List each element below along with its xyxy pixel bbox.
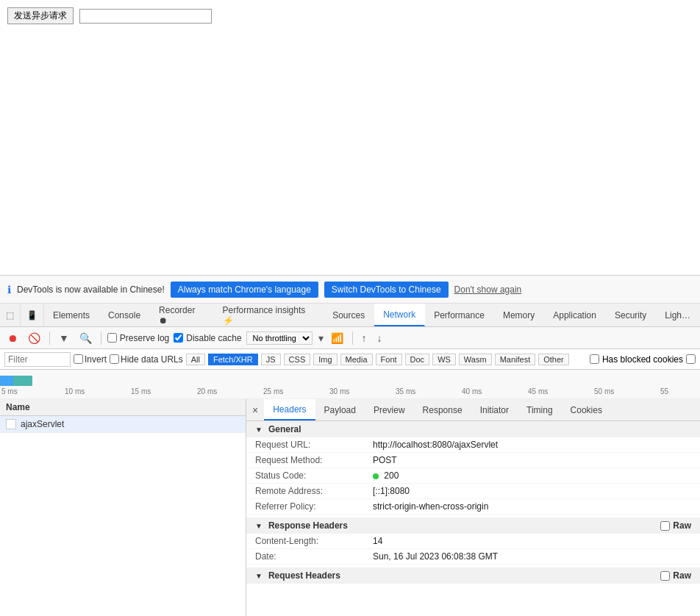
requests-header: Name — [0, 399, 246, 416]
filter-manifest-button[interactable]: Manifest — [495, 354, 536, 365]
timeline-label-5ms: 5 ms — [1, 387, 18, 395]
stop-recording-button[interactable]: ⏺ — [4, 331, 21, 345]
method-key: Request Method: — [255, 455, 373, 465]
clear-button[interactable]: 🚫 — [25, 331, 43, 345]
preserve-log-label[interactable]: Preserve log — [107, 333, 169, 343]
filter-doc-button[interactable]: Doc — [405, 354, 430, 365]
tab-recorder[interactable]: Recorder ⏺ — [150, 304, 213, 326]
detail-tab-headers[interactable]: Headers — [264, 399, 315, 420]
detail-tab-preview[interactable]: Preview — [365, 399, 414, 420]
has-blocked-cookies-area: Has blocked cookies — [590, 354, 696, 365]
timeline-label-35ms: 35 ms — [396, 387, 415, 395]
invert-label[interactable]: Invert — [74, 354, 107, 365]
filter-js-button[interactable]: JS — [261, 354, 281, 365]
dont-show-again-button[interactable]: Don't show again — [454, 284, 522, 295]
detail-row-method: Request Method: POST — [246, 453, 700, 468]
tab-memory[interactable]: Memory — [494, 304, 544, 326]
devtools-notification-bar: ℹ DevTools is now available in Chinese! … — [0, 276, 700, 304]
extra-checkbox[interactable] — [686, 354, 696, 364]
request-headers-raw-text: Raw — [673, 570, 691, 581]
disable-cache-checkbox[interactable] — [174, 333, 183, 343]
detail-row-referrer: Referrer Policy: strict-origin-when-cros… — [246, 499, 700, 515]
toolbar-separator-1 — [49, 332, 50, 345]
timeline-label-15ms: 15 ms — [131, 387, 151, 395]
tab-sources[interactable]: Sources — [324, 304, 374, 326]
hide-data-urls-label[interactable]: Hide data URLs — [110, 354, 183, 365]
tab-console[interactable]: Console — [99, 304, 150, 326]
disable-cache-label[interactable]: Disable cache — [174, 333, 241, 343]
export-button[interactable]: ↓ — [374, 331, 385, 345]
filter-fetch-xhr-button[interactable]: Fetch/XHR — [208, 354, 258, 365]
timeline-label-40ms: 40 ms — [462, 387, 482, 395]
filter-input[interactable] — [4, 352, 71, 367]
filter-all-button[interactable]: All — [186, 354, 205, 365]
throttle-down-icon: ▾ — [318, 332, 324, 344]
referrer-val: strict-origin-when-cross-origin — [373, 501, 691, 512]
filter-button[interactable]: ▼ — [56, 331, 72, 345]
tab-performance[interactable]: Performance — [425, 304, 494, 326]
status-key: Status Code: — [255, 470, 373, 481]
match-language-button[interactable]: Always match Chrome's language — [171, 282, 318, 298]
request-item-ajax[interactable]: ajaxServlet — [0, 416, 246, 433]
wifi-icon-btn[interactable]: 📶 — [328, 331, 346, 345]
filter-ws-button[interactable]: WS — [432, 354, 456, 365]
detail-tab-response[interactable]: Response — [414, 399, 471, 420]
detail-close-button[interactable]: × — [246, 404, 264, 416]
tab-application[interactable]: Application — [544, 304, 606, 326]
general-chevron: ▼ — [255, 426, 262, 434]
filter-other-button[interactable]: Other — [538, 354, 569, 365]
tab-network[interactable]: Network — [374, 304, 425, 326]
switch-to-chinese-button[interactable]: Switch DevTools to Chinese — [324, 282, 449, 298]
request-headers-raw-checkbox[interactable] — [660, 571, 670, 581]
response-headers-raw-label[interactable]: Raw — [660, 520, 691, 531]
method-val: POST — [373, 455, 691, 465]
tab-security[interactable]: Security — [606, 304, 656, 326]
tab-lighthouse[interactable]: Ligh… — [656, 304, 700, 326]
detail-row-remote: Remote Address: [::1]:8080 — [246, 484, 700, 499]
hide-data-urls-text: Hide data URLs — [121, 354, 183, 365]
detail-tab-cookies[interactable]: Cookies — [562, 399, 611, 420]
network-toolbar: ⏺ 🚫 ▼ 🔍 Preserve log Disable cache No th… — [0, 327, 700, 349]
filter-media-button[interactable]: Media — [340, 354, 373, 365]
request-headers-chevron: ▼ — [255, 572, 262, 580]
detail-panel: × Headers Payload Preview Response Initi… — [246, 399, 700, 616]
detail-row-date: Date: Sun, 16 Jul 2023 06:08:38 GMT — [246, 549, 700, 565]
timeline-label-10ms: 10 ms — [65, 387, 85, 395]
detail-row-status: Status Code: 200 — [246, 468, 700, 484]
tab-elements[interactable]: Elements — [44, 304, 99, 326]
filter-wasm-button[interactable]: Wasm — [459, 354, 492, 365]
remote-key: Remote Address: — [255, 486, 373, 496]
filter-img-button[interactable]: Img — [313, 354, 337, 365]
toolbar-separator-2 — [101, 332, 101, 345]
preserve-log-checkbox[interactable] — [107, 333, 117, 343]
search-button[interactable]: 🔍 — [76, 331, 95, 345]
date-key: Date: — [255, 551, 373, 562]
date-val: Sun, 16 Jul 2023 06:08:38 GMT — [373, 551, 691, 562]
invert-checkbox[interactable] — [74, 354, 83, 364]
request-headers-raw-label[interactable]: Raw — [660, 570, 691, 581]
tab-performance-insights[interactable]: Performance insights ⚡ — [214, 304, 324, 326]
filter-font-button[interactable]: Font — [376, 354, 402, 365]
async-request-button[interactable]: 发送异步请求 — [7, 7, 74, 24]
inspect-icon-btn[interactable]: ⬚ — [0, 304, 21, 326]
filter-css-button[interactable]: CSS — [284, 354, 311, 365]
device-icon-btn[interactable]: 📱 — [21, 304, 44, 326]
detail-tab-initiator[interactable]: Initiator — [471, 399, 518, 420]
detail-tab-bar: × Headers Payload Preview Response Initi… — [246, 399, 700, 421]
response-headers-raw-checkbox[interactable] — [660, 521, 670, 531]
preserve-log-text: Preserve log — [120, 333, 169, 343]
has-blocked-cookies-text: Has blocked cookies — [602, 354, 683, 365]
hide-data-urls-checkbox[interactable] — [110, 354, 119, 364]
import-button[interactable]: ↑ — [359, 331, 370, 345]
timeline-label-50ms: 50 ms — [594, 387, 614, 395]
has-blocked-cookies-checkbox[interactable] — [590, 354, 599, 364]
timeline-label-45ms: 45 ms — [528, 387, 548, 395]
response-headers-section-header: ▼ Response Headers Raw — [246, 517, 700, 534]
async-request-input[interactable] — [79, 9, 212, 24]
detail-tab-timing[interactable]: Timing — [518, 399, 562, 420]
network-main-panel: Name ajaxServlet × Headers Payload Previ… — [0, 399, 700, 616]
throttle-select[interactable]: No throttling — [246, 332, 312, 345]
timeline-label-25ms: 25 ms — [263, 387, 283, 395]
detail-tab-payload[interactable]: Payload — [315, 399, 365, 420]
toolbar-separator-3 — [352, 332, 353, 345]
